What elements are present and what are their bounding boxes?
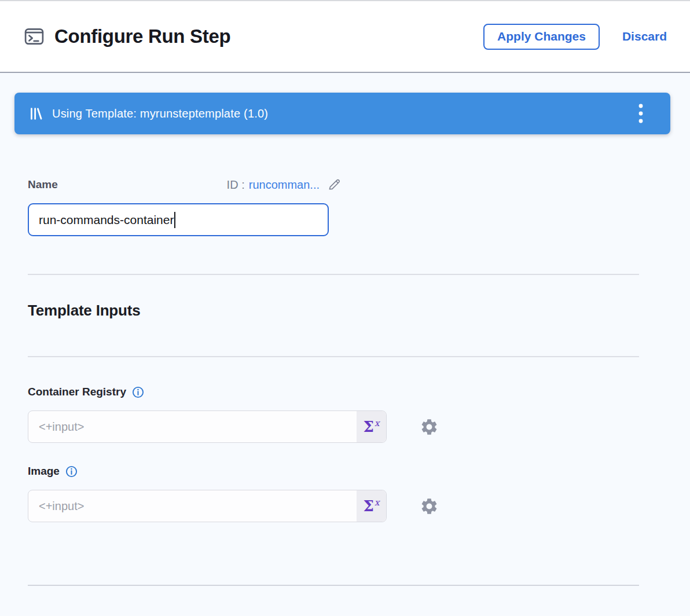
expression-toggle-button[interactable]: Σ x: [357, 411, 386, 442]
step-id-value[interactable]: runcomman...: [249, 178, 320, 192]
sigma-icon: Σ: [364, 497, 374, 515]
field-container-registry: Container Registry Σ x: [28, 386, 690, 443]
expression-toggle-button[interactable]: Σ x: [357, 490, 386, 522]
template-banner: Using Template: myrunsteptemplate (1.0): [14, 93, 670, 134]
container-registry-settings-button[interactable]: [420, 417, 439, 437]
image-settings-button[interactable]: [420, 497, 439, 516]
template-library-icon: [28, 107, 43, 121]
template-banner-text: Using Template: myrunsteptemplate (1.0): [52, 107, 268, 120]
page-title: Configure Run Step: [54, 25, 230, 47]
info-icon: [65, 465, 78, 478]
step-id-group: ID : runcomman...: [227, 177, 329, 192]
kebab-menu-icon: [637, 102, 645, 125]
gear-icon: [420, 417, 439, 437]
name-input-value: run-commands-container: [39, 213, 174, 227]
divider: [28, 585, 639, 586]
container-registry-label: Container Registry: [28, 386, 126, 398]
name-input[interactable]: run-commands-container: [28, 203, 329, 236]
divider: [28, 274, 639, 275]
configure-run-step-panel: { "header": { "icon": "terminal-icon", "…: [0, 0, 690, 616]
text-caret: [174, 212, 175, 228]
template-inputs-heading: Template Inputs: [28, 302, 690, 320]
container-registry-input[interactable]: [28, 410, 387, 443]
name-label: Name: [28, 178, 58, 191]
divider: [28, 356, 639, 357]
container-registry-info-button[interactable]: [132, 386, 144, 398]
image-label: Image: [28, 465, 60, 478]
edit-id-button[interactable]: [326, 177, 342, 192]
terminal-icon: [23, 25, 45, 47]
image-info-button[interactable]: [65, 465, 78, 478]
name-section: Name ID : runcomman... run-commands-cont…: [28, 177, 329, 236]
panel-header: Configure Run Step Apply Changes Discard: [0, 1, 690, 73]
apply-changes-button[interactable]: Apply Changes: [483, 24, 600, 50]
field-image: Image Σ x: [28, 465, 690, 522]
discard-button[interactable]: Discard: [622, 30, 667, 43]
step-id-prefix: ID :: [227, 178, 245, 192]
sigma-icon: Σ: [364, 418, 374, 435]
edit-pencil-icon: [326, 177, 342, 192]
image-input[interactable]: [28, 490, 387, 522]
info-icon: [132, 386, 144, 398]
gear-icon: [420, 497, 439, 516]
template-options-menu-button[interactable]: [633, 98, 648, 129]
